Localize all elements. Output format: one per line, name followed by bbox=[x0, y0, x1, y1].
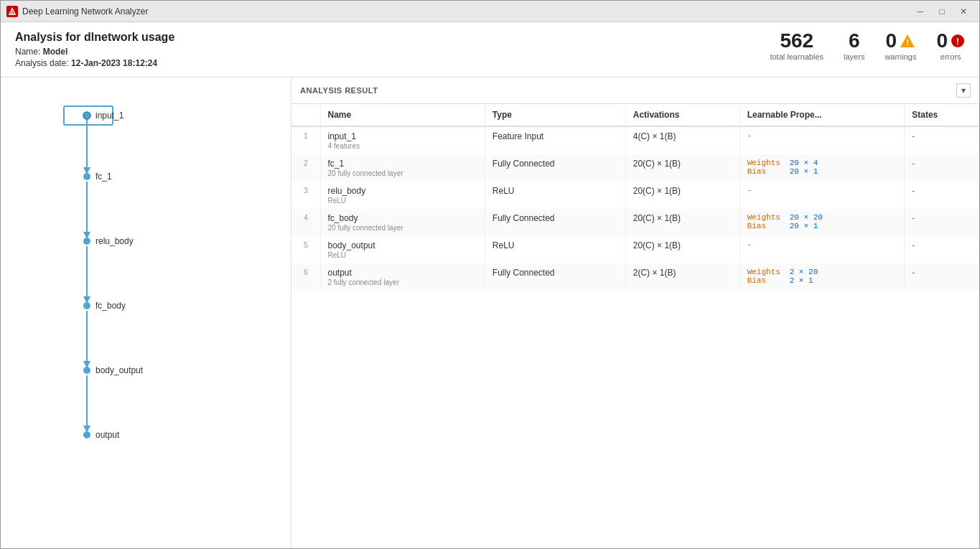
row-learnable: Weights20 × 20Bias20 × 1 bbox=[739, 209, 905, 236]
table-row[interactable]: 2fc_120 fully connected layerFully Conne… bbox=[291, 154, 979, 182]
window-controls: ─ □ ✕ bbox=[910, 4, 974, 19]
svg-text:relu_body: relu_body bbox=[95, 236, 134, 246]
date-label: Analysis date: bbox=[15, 58, 69, 68]
table-row[interactable]: 3relu_bodyReLUReLU20(C) × 1(B)-- bbox=[291, 182, 979, 209]
layers-table-container[interactable]: Name Type Activations Learnable Prope...… bbox=[291, 104, 979, 548]
svg-text:output: output bbox=[95, 430, 120, 440]
warnings-count: 0 bbox=[886, 31, 897, 51]
row-type: Fully Connected bbox=[485, 263, 625, 291]
date-value: 12-Jan-2023 18:12:24 bbox=[71, 58, 157, 68]
row-index: 5 bbox=[291, 236, 320, 263]
minimize-button[interactable]: ─ bbox=[910, 4, 930, 19]
page-title: Analysis for dlnetwork usage bbox=[15, 31, 174, 44]
row-states: - bbox=[905, 263, 979, 291]
row-type: ReLU bbox=[485, 182, 625, 209]
row-name: fc_body20 fully connected layer bbox=[320, 209, 485, 236]
warnings-label: warnings bbox=[885, 52, 916, 61]
svg-text:fc_1: fc_1 bbox=[95, 172, 112, 182]
row-type: Fully Connected bbox=[485, 154, 625, 182]
row-activations: 20(C) × 1(B) bbox=[625, 209, 739, 236]
col-states: States bbox=[905, 104, 979, 126]
learnables-stat: 562 total learnables bbox=[770, 31, 823, 61]
svg-point-27 bbox=[83, 431, 90, 438]
errors-label: errors bbox=[941, 52, 961, 61]
row-name: fc_120 fully connected layer bbox=[320, 154, 485, 182]
row-learnable: - bbox=[739, 236, 905, 263]
header-info: Analysis for dlnetwork usage Name: Model… bbox=[15, 31, 174, 70]
row-name: input_14 features bbox=[320, 126, 485, 154]
col-learnable: Learnable Prope... bbox=[739, 104, 905, 126]
svg-text:body_output: body_output bbox=[95, 365, 144, 375]
warning-icon: ! bbox=[900, 33, 915, 49]
row-index: 2 bbox=[291, 154, 320, 182]
svg-point-19 bbox=[83, 173, 90, 180]
row-states: - bbox=[905, 209, 979, 236]
table-row[interactable]: 4fc_body20 fully connected layerFully Co… bbox=[291, 209, 979, 236]
learnables-label: total learnables bbox=[770, 52, 823, 61]
row-learnable: Weights2 × 20Bias2 × 1 bbox=[739, 263, 905, 291]
row-index: 1 bbox=[291, 126, 320, 154]
row-activations: 20(C) × 1(B) bbox=[625, 236, 739, 263]
stats-bar: 562 total learnables 6 layers 0 ! w bbox=[770, 31, 965, 62]
svg-text:fc_body: fc_body bbox=[95, 301, 126, 311]
table-row[interactable]: 1input_14 featuresFeature Input4(C) × 1(… bbox=[291, 126, 979, 154]
title-bar: Deep Learning Network Analyzer ─ □ ✕ bbox=[1, 1, 979, 22]
name-label: Name: bbox=[15, 47, 40, 57]
name-value: Model bbox=[43, 47, 68, 57]
layers-stat: 6 layers bbox=[844, 31, 864, 61]
table-row[interactable]: 6output2 fully connected layerFully Conn… bbox=[291, 263, 979, 291]
app-icon bbox=[6, 6, 18, 17]
row-learnable: - bbox=[739, 126, 905, 154]
row-activations: 20(C) × 1(B) bbox=[625, 182, 739, 209]
svg-point-23 bbox=[83, 302, 90, 309]
analysis-result-panel: ANALYSIS RESULT ▾ Name Type Activations … bbox=[291, 78, 979, 548]
warnings-stat: 0 ! warnings bbox=[885, 31, 916, 61]
errors-stat: 0 ! errors bbox=[936, 31, 965, 61]
row-name: body_outputReLU bbox=[320, 236, 485, 263]
svg-text:!: ! bbox=[906, 38, 909, 47]
layers-count: 6 bbox=[849, 31, 860, 51]
table-header-row: Name Type Activations Learnable Prope...… bbox=[291, 104, 979, 126]
col-name: Name bbox=[320, 104, 485, 126]
row-name: output2 fully connected layer bbox=[320, 263, 485, 291]
row-index: 4 bbox=[291, 209, 320, 236]
main-content: input_1 fc_1 relu_body fc_body body_outp… bbox=[1, 78, 979, 548]
app-header: Analysis for dlnetwork usage Name: Model… bbox=[1, 22, 979, 78]
errors-count: 0 bbox=[936, 31, 948, 51]
close-button[interactable]: ✕ bbox=[953, 4, 974, 19]
row-type: Feature Input bbox=[485, 126, 625, 154]
row-activations: 20(C) × 1(B) bbox=[625, 154, 739, 182]
row-learnable: Weights20 × 4Bias20 × 1 bbox=[739, 154, 905, 182]
row-states: - bbox=[905, 236, 979, 263]
model-name-row: Name: Model bbox=[15, 47, 174, 57]
table-row[interactable]: 5body_outputReLUReLU20(C) × 1(B)-- bbox=[291, 236, 979, 263]
row-states: - bbox=[905, 182, 979, 209]
analysis-section-header: ANALYSIS RESULT ▾ bbox=[291, 78, 979, 104]
col-activations: Activations bbox=[625, 104, 739, 126]
svg-text:!: ! bbox=[956, 37, 959, 47]
row-type: ReLU bbox=[485, 236, 625, 263]
layers-label: layers bbox=[844, 52, 864, 61]
maximize-button[interactable]: □ bbox=[932, 4, 952, 19]
network-diagram-panel: input_1 fc_1 relu_body fc_body body_outp… bbox=[1, 78, 291, 548]
errors-row: 0 ! bbox=[936, 31, 965, 51]
error-icon: ! bbox=[951, 34, 965, 48]
analysis-date-row: Analysis date: 12-Jan-2023 18:12:24 bbox=[15, 58, 174, 68]
row-index: 3 bbox=[291, 182, 320, 209]
warnings-row: 0 ! bbox=[886, 31, 916, 51]
row-activations: 2(C) × 1(B) bbox=[625, 263, 739, 291]
layers-table: Name Type Activations Learnable Prope...… bbox=[291, 104, 979, 291]
network-svg: input_1 fc_1 relu_body fc_body body_outp… bbox=[1, 78, 291, 548]
row-activations: 4(C) × 1(B) bbox=[625, 126, 739, 154]
row-name: relu_bodyReLU bbox=[320, 182, 485, 209]
svg-point-17 bbox=[83, 112, 90, 119]
row-learnable: - bbox=[739, 182, 905, 209]
main-window: Deep Learning Network Analyzer ─ □ ✕ Ana… bbox=[0, 0, 980, 549]
row-states: - bbox=[905, 154, 979, 182]
collapse-button[interactable]: ▾ bbox=[956, 83, 971, 98]
col-type: Type bbox=[485, 104, 625, 126]
window-title: Deep Learning Network Analyzer bbox=[22, 6, 910, 17]
svg-point-21 bbox=[83, 238, 90, 245]
row-index: 6 bbox=[291, 263, 320, 291]
learnables-count: 562 bbox=[780, 31, 813, 51]
